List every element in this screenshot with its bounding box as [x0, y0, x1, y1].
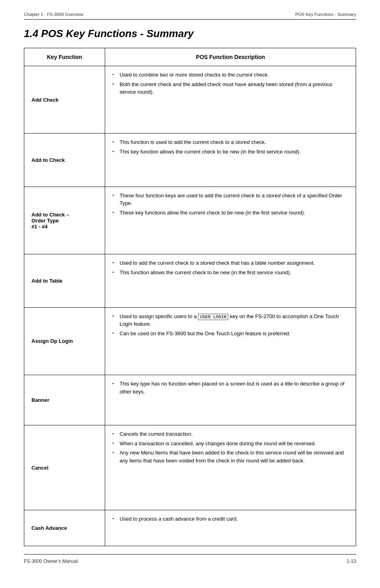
list-item: Used to add the current check to a store…	[112, 259, 349, 267]
list-item: These key functions allow the current ch…	[112, 209, 349, 217]
list-item: This function is used to add the current…	[112, 138, 349, 146]
table-row: Add to CheckThis function is used to add…	[24, 134, 356, 187]
list-item: This key function allows the current che…	[112, 148, 349, 156]
list-item: Used to combine two or more stored check…	[112, 71, 349, 79]
table-row: Add to Check –Order Type#1 - #4These fou…	[24, 187, 356, 254]
table-row: Add CheckUsed to combine two or more sto…	[24, 66, 356, 134]
description-cell: This function is used to add the current…	[105, 134, 356, 187]
footer-right: 1-13	[347, 559, 356, 564]
description-cell: Used to assign specific users to a USER …	[105, 307, 356, 375]
list-item: This key type has no function when place…	[112, 380, 349, 395]
description-cell: This key type has no function when place…	[105, 375, 356, 425]
key-function-cell: Add to Table	[24, 254, 105, 307]
bullet-list: Used to assign specific users to a USER …	[112, 313, 349, 338]
page-title: 1.4 POS Key Functions - Summary	[24, 28, 356, 40]
header-left: Chapter 1 - FS-3600 Overview	[24, 12, 83, 17]
table-row: Cash AdvanceUsed to process a cash advan…	[24, 510, 356, 546]
table-row: Assign Op LoginUsed to assign specific u…	[24, 307, 356, 375]
bullet-list: Used to combine two or more stored check…	[112, 71, 349, 96]
bullet-list: These four function keys are used to add…	[112, 192, 349, 217]
col2-header: POS Function Description	[105, 48, 356, 66]
list-item: Any new Menu Items that have been added …	[112, 449, 349, 464]
col1-header: Key Function	[24, 48, 105, 66]
description-cell: Used to add the current check to a store…	[105, 254, 356, 307]
bullet-list: Used to add the current check to a store…	[112, 259, 349, 276]
description-cell: Used to combine two or more stored check…	[105, 66, 356, 134]
page: Chapter 1 - FS-3600 Overview POS Key Fun…	[0, 0, 380, 588]
list-item: Cancels the current transaction.	[112, 430, 349, 438]
list-item: This function allows the current check t…	[112, 269, 349, 277]
list-item: These four function keys are used to add…	[112, 192, 349, 207]
key-function-cell: Add to Check –Order Type#1 - #4	[24, 187, 105, 254]
table-header-row: Key Function POS Function Description	[24, 48, 356, 66]
description-cell: These four function keys are used to add…	[105, 187, 356, 254]
pos-functions-table: Key Function POS Function Description Ad…	[24, 48, 356, 546]
list-item: When a transaction is cancelled, any cha…	[112, 440, 349, 448]
footer-left: FS-3600 Owner's Manual	[24, 559, 78, 564]
page-footer: FS-3600 Owner's Manual 1-13	[24, 554, 356, 564]
list-item: Both the current check and the added che…	[112, 81, 349, 96]
key-function-cell: Cancel	[24, 425, 105, 510]
key-function-cell: Add Check	[24, 66, 105, 134]
table-row: Add to TableUsed to add the current chec…	[24, 254, 356, 307]
bullet-list: Used to process a cash advance from a cr…	[112, 515, 349, 523]
bullet-list: This function is used to add the current…	[112, 138, 349, 155]
list-item: Used to process a cash advance from a cr…	[112, 515, 349, 523]
key-function-cell: Cash Advance	[24, 510, 105, 546]
key-function-cell: Add to Check	[24, 134, 105, 187]
list-item: Used to assign specific users to a USER …	[112, 313, 349, 328]
table-row: CancelCancels the current transaction.Wh…	[24, 425, 356, 510]
description-cell: Cancels the current transaction.When a t…	[105, 425, 356, 510]
page-header: Chapter 1 - FS-3600 Overview POS Key Fun…	[24, 12, 356, 20]
key-function-cell: Banner	[24, 375, 105, 425]
bullet-list: Cancels the current transaction.When a t…	[112, 430, 349, 464]
table-row: BannerThis key type has no function when…	[24, 375, 356, 425]
header-right: POS Key Functions - Summary	[295, 12, 356, 17]
description-cell: Used to process a cash advance from a cr…	[105, 510, 356, 546]
key-function-cell: Assign Op Login	[24, 307, 105, 375]
bullet-list: This key type has no function when place…	[112, 380, 349, 395]
list-item: Can be used on the FS-3600 but the One T…	[112, 330, 349, 338]
